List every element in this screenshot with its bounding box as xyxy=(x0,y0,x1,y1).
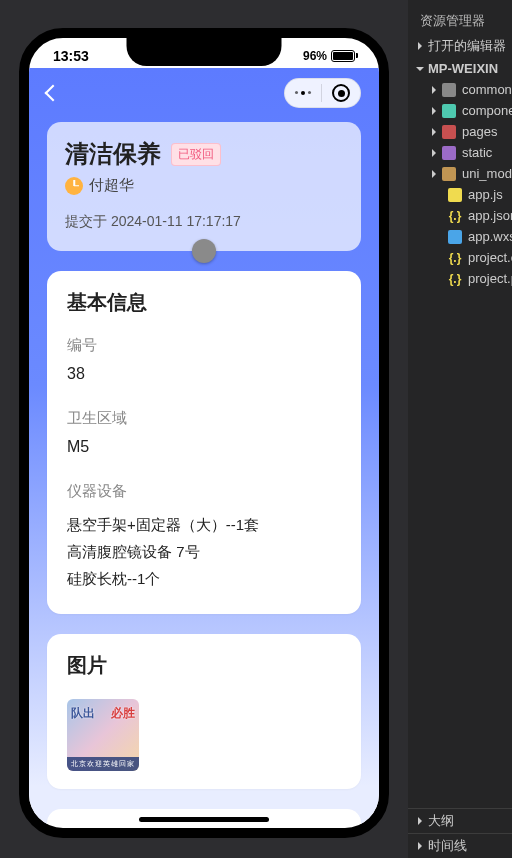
label-area: 卫生区域 xyxy=(67,409,341,428)
submitter-name: 付超华 xyxy=(89,176,134,195)
chevron-down-icon xyxy=(416,67,424,71)
folder-icon xyxy=(442,83,456,97)
battery-percent: 96% xyxy=(303,49,327,63)
back-icon[interactable] xyxy=(45,85,62,102)
chevron-right-icon xyxy=(432,107,436,115)
submit-time: 提交于 2024-01-11 17:17:17 xyxy=(65,213,343,231)
header-card: 清洁保养 已驳回 付超华 提交于 2024-01-11 17:17:17 xyxy=(47,122,361,251)
json-icon xyxy=(448,209,462,223)
timeline-section[interactable]: 时间线 xyxy=(408,833,512,858)
value-number: 38 xyxy=(67,365,341,383)
clock-icon xyxy=(65,177,83,195)
battery-icon xyxy=(331,50,355,62)
folder-uni-modules[interactable]: uni_modu xyxy=(408,163,512,184)
section-title-image: 图片 xyxy=(67,652,341,679)
device-notch xyxy=(127,36,282,66)
file-project-config[interactable]: project.c xyxy=(408,247,512,268)
basic-info-card: 基本信息 编号 38 卫生区域 M5 仪器设备 悬空手架+固定器（大）--1套 … xyxy=(47,271,361,614)
mini-program-capsule[interactable] xyxy=(284,78,361,108)
file-app-js[interactable]: app.js xyxy=(408,184,512,205)
value-area: M5 xyxy=(67,438,341,456)
folder-pages[interactable]: pages xyxy=(408,121,512,142)
home-indicator[interactable] xyxy=(139,817,269,822)
folder-icon xyxy=(442,104,456,118)
page-title: 清洁保养 xyxy=(65,138,161,170)
chevron-right-icon xyxy=(432,86,436,94)
simulator-frame: 13:53 96% 清洁保养 已驳回 xyxy=(19,28,389,838)
explorer-panel: 资源管理器 打开的编辑器 MP-WEIXIN common compone pa… xyxy=(408,0,512,858)
folder-icon xyxy=(442,146,456,160)
folder-components[interactable]: compone xyxy=(408,100,512,121)
outline-section[interactable]: 大纲 xyxy=(408,808,512,833)
image-card: 图片 队出 必胜 北京欢迎英雄回家 xyxy=(47,634,361,789)
more-icon[interactable] xyxy=(295,91,311,95)
file-project-private[interactable]: project.p xyxy=(408,268,512,289)
folder-static[interactable]: static xyxy=(408,142,512,163)
folder-common[interactable]: common xyxy=(408,79,512,100)
chevron-right-icon xyxy=(418,817,422,825)
image-thumbnail[interactable]: 队出 必胜 北京欢迎英雄回家 xyxy=(67,699,139,771)
equipment-line-2: 高清腹腔镜设备 7号 xyxy=(67,538,341,565)
label-number: 编号 xyxy=(67,336,341,355)
chevron-right-icon xyxy=(418,42,422,50)
open-editors-section[interactable]: 打开的编辑器 xyxy=(408,34,512,58)
json-icon xyxy=(448,251,462,265)
equipment-line-1: 悬空手架+固定器（大）--1套 xyxy=(67,511,341,538)
folder-icon xyxy=(442,167,456,181)
json-icon xyxy=(448,272,462,286)
status-time: 13:53 xyxy=(53,48,89,64)
project-root[interactable]: MP-WEIXIN xyxy=(408,58,512,79)
chevron-right-icon xyxy=(432,149,436,157)
label-equipment: 仪器设备 xyxy=(67,482,341,501)
equipment-line-3: 硅胶长枕--1个 xyxy=(67,565,341,592)
file-app-wxss[interactable]: app.wxss xyxy=(408,226,512,247)
section-title-basic: 基本信息 xyxy=(67,289,341,316)
folder-icon xyxy=(442,125,456,139)
status-badge: 已驳回 xyxy=(171,143,221,166)
chevron-right-icon xyxy=(432,128,436,136)
drag-handle[interactable] xyxy=(192,239,216,263)
chevron-right-icon xyxy=(418,842,422,850)
close-icon[interactable] xyxy=(332,84,350,102)
file-app-json[interactable]: app.json xyxy=(408,205,512,226)
js-icon xyxy=(448,188,462,202)
explorer-title: 资源管理器 xyxy=(408,8,512,34)
wxss-icon xyxy=(448,230,462,244)
chevron-right-icon xyxy=(432,170,436,178)
